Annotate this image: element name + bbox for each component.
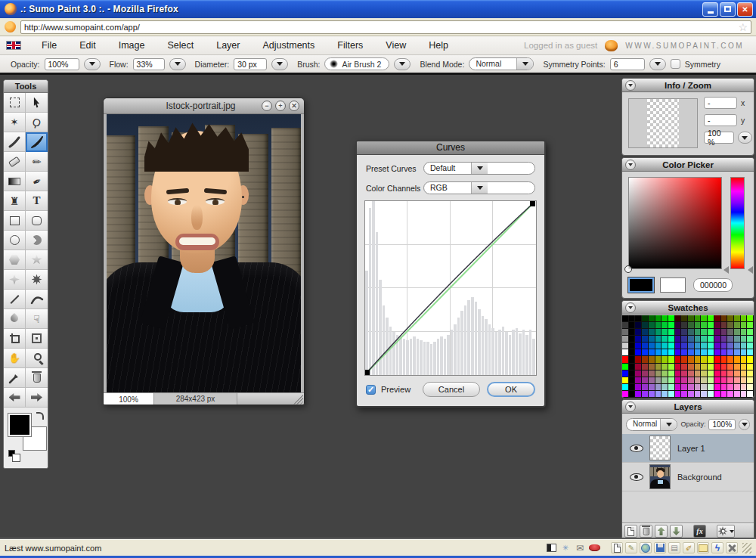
swatch[interactable]	[734, 343, 741, 349]
swatch[interactable]	[714, 356, 721, 363]
foreground-color-chip[interactable]	[8, 414, 31, 436]
swatch[interactable]	[708, 343, 714, 349]
swatch[interactable]	[681, 364, 688, 370]
swatch[interactable]	[655, 370, 662, 377]
swatch[interactable]	[635, 384, 642, 391]
layer-options-button[interactable]	[717, 525, 735, 538]
swatch[interactable]	[622, 370, 629, 377]
swatch[interactable]	[727, 315, 734, 322]
swatch[interactable]	[642, 364, 649, 370]
ok-button[interactable]: OK	[487, 382, 535, 397]
swatch[interactable]	[708, 377, 714, 384]
hue-slider-marker[interactable]	[748, 266, 753, 274]
tool-gradient[interactable]	[4, 172, 26, 191]
swatch[interactable]	[701, 322, 708, 329]
symmetry-checkbox[interactable]	[671, 59, 680, 69]
layer-thumbnail[interactable]	[649, 464, 671, 489]
swatch[interactable]	[629, 364, 636, 370]
swatch[interactable]	[721, 336, 728, 343]
swatch[interactable]	[701, 370, 708, 377]
hex-color-field[interactable]: 000000	[693, 278, 733, 292]
swatch[interactable]	[622, 322, 629, 329]
swatch[interactable]	[741, 322, 748, 329]
swatch[interactable]	[741, 315, 748, 322]
swatch[interactable]	[622, 329, 629, 336]
swatch[interactable]	[675, 391, 682, 398]
tool-curved-star[interactable]	[4, 270, 26, 290]
swatch[interactable]	[695, 349, 702, 356]
swatch[interactable]	[675, 315, 682, 322]
swatch[interactable]	[747, 377, 754, 384]
swatch[interactable]	[708, 364, 714, 370]
menu-item-adjustments[interactable]: Adjustments	[251, 38, 326, 53]
swatch[interactable]	[629, 315, 636, 322]
swatch[interactable]	[622, 315, 629, 322]
swatch[interactable]	[734, 356, 741, 363]
swatch[interactable]	[688, 329, 695, 336]
swatch[interactable]	[635, 364, 642, 370]
minimize-button[interactable]	[702, 2, 718, 17]
swatch[interactable]	[662, 322, 668, 329]
note-icon[interactable]	[697, 542, 709, 553]
swatch[interactable]	[695, 370, 702, 377]
tool-history-forward[interactable]	[26, 388, 48, 408]
swatch[interactable]	[695, 391, 702, 398]
swatch[interactable]	[741, 329, 748, 336]
swatch[interactable]	[688, 322, 695, 329]
swatch[interactable]	[655, 356, 662, 363]
mail-icon[interactable]: ✉	[574, 542, 586, 553]
layer-row-layer-1[interactable]: Layer 1	[622, 434, 754, 463]
swatch[interactable]	[675, 322, 682, 329]
swatch[interactable]	[675, 329, 682, 336]
swatch[interactable]	[675, 384, 682, 391]
color-picker-collapse-button[interactable]	[625, 160, 636, 170]
color-channels-select[interactable]: RGB	[423, 181, 535, 194]
swatch[interactable]	[681, 343, 688, 349]
layer-opacity-field[interactable]: 100%	[708, 419, 736, 430]
menu-item-filters[interactable]: Filters	[326, 38, 374, 53]
tool-curve[interactable]	[26, 290, 48, 309]
window-resize-grip[interactable]	[742, 543, 751, 553]
swatch[interactable]	[727, 370, 734, 377]
swatch[interactable]	[655, 329, 662, 336]
document-zoom[interactable]: 100%	[104, 393, 154, 405]
tool-text[interactable]: T	[26, 191, 48, 211]
tool-lasso[interactable]: Ϙ	[26, 113, 48, 132]
swatch[interactable]	[649, 322, 655, 329]
swatch[interactable]	[747, 356, 754, 363]
layer-visibility-icon[interactable]	[630, 445, 643, 452]
curves-graph[interactable]	[364, 200, 537, 376]
swatch[interactable]	[642, 329, 649, 336]
menu-item-layer[interactable]: Layer	[205, 38, 251, 53]
swatch[interactable]	[681, 391, 688, 398]
swatch[interactable]	[635, 377, 642, 384]
swatch[interactable]	[635, 315, 642, 322]
opacity-field[interactable]: 100%	[45, 58, 79, 70]
swatch[interactable]	[688, 370, 695, 377]
swatch[interactable]	[629, 384, 636, 391]
swatch[interactable]	[741, 349, 748, 356]
swatch[interactable]	[721, 370, 728, 377]
swatch[interactable]	[688, 364, 695, 370]
save-icon[interactable]	[654, 542, 666, 553]
swatch[interactable]	[681, 356, 688, 363]
swatch[interactable]	[714, 349, 721, 356]
tool-history-back[interactable]	[4, 388, 26, 408]
layer-effects-button[interactable]: fx	[693, 525, 706, 538]
swatch[interactable]	[734, 336, 741, 343]
swatch[interactable]	[701, 349, 708, 356]
swatch[interactable]	[721, 364, 728, 370]
tool-rectangular-select[interactable]	[4, 93, 26, 113]
swatch[interactable]	[701, 356, 708, 363]
swatch[interactable]	[714, 364, 721, 370]
tool-frame-select[interactable]	[26, 329, 48, 349]
swatch[interactable]	[629, 329, 636, 336]
swatch[interactable]	[747, 349, 754, 356]
brush-dropdown-button[interactable]	[394, 58, 411, 70]
swatch[interactable]	[721, 356, 728, 363]
swatch[interactable]	[708, 329, 714, 336]
edit-icon[interactable]: ✎	[625, 542, 637, 553]
swatch[interactable]	[747, 329, 754, 336]
swatch[interactable]	[741, 343, 748, 349]
tool-line[interactable]	[4, 290, 26, 309]
